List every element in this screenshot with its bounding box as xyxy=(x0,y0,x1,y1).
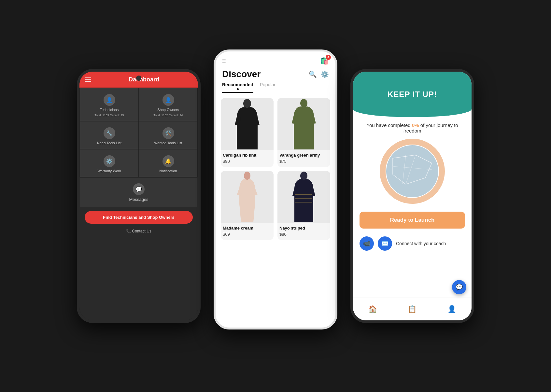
phone2-topbar: ≡ 🛍️ 4 xyxy=(216,51,335,68)
grid-item-wanted-tools[interactable]: 🛠️ Wanted Tools List xyxy=(139,121,197,149)
connect-coach-text: Connect with your coach xyxy=(396,241,446,246)
product-image-1 xyxy=(221,98,274,150)
svg-line-10 xyxy=(406,178,425,184)
find-technicians-button[interactable]: Find Technicians and Shop Owners xyxy=(85,211,193,224)
journey-text: You have completed 0% of your journey to… xyxy=(360,122,465,133)
search-icon[interactable]: 🔍 xyxy=(309,70,317,78)
messages-icon: 💬 xyxy=(133,183,145,195)
svg-point-0 xyxy=(243,99,251,108)
nav-profile-icon[interactable]: 👤 xyxy=(447,305,456,314)
svg-line-13 xyxy=(403,155,406,184)
phone1-notch xyxy=(136,76,141,81)
completion-percent: 0% xyxy=(412,122,419,128)
coach-message-icon[interactable]: ✉️ xyxy=(378,236,392,251)
messages-label: Messages xyxy=(129,197,148,202)
chat-fab-button[interactable]: 💬 xyxy=(452,280,466,294)
search-row: Discover 🔍 ⚙️ xyxy=(216,68,335,82)
cart-badge: 4 xyxy=(326,55,331,60)
product-info-2: Varanga green army $75 xyxy=(277,150,330,167)
product-name-2: Varanga green army xyxy=(279,153,328,158)
bottom-navigation: 🏠 📋 👤 xyxy=(353,298,472,320)
product-info-4: Nayo striped $80 xyxy=(277,223,330,240)
warranty-label: Warranty Work xyxy=(97,169,121,173)
messages-section[interactable]: 💬 Messages xyxy=(80,178,197,207)
products-grid: Cardigan rib knit $90 Varanga green army xyxy=(216,95,335,243)
svg-line-15 xyxy=(393,166,432,170)
svg-line-7 xyxy=(393,155,416,158)
page-title: Discover xyxy=(222,69,261,79)
product-image-2 xyxy=(277,98,330,150)
hamburger-icon[interactable] xyxy=(85,77,91,82)
technicians-label: Technicians xyxy=(100,108,119,112)
svg-point-1 xyxy=(300,99,307,107)
product-card-4[interactable]: Nayo striped $80 xyxy=(277,171,330,240)
nav-list-icon[interactable]: 📋 xyxy=(408,305,417,314)
need-tools-label: Need Tools List xyxy=(97,141,121,145)
filter-icon[interactable]: ⚙️ xyxy=(321,70,329,78)
grid-item-shop-owners[interactable]: 👤 Shop Owners Total: 1152 Recent: 24 xyxy=(139,88,197,121)
product-image-4 xyxy=(277,171,330,223)
tab-active-dot xyxy=(237,88,239,90)
product-info-1: Cardigan rib knit $90 xyxy=(221,150,274,167)
technicians-meta: Total: 1163 Recent: 25 xyxy=(94,114,124,117)
connect-coach-section: 📹 ✉️ Connect with your coach xyxy=(360,236,465,251)
phone-3: KEEP IT UP! You have completed 0% of you… xyxy=(350,69,474,323)
phone1-title: Dashboard xyxy=(95,76,193,83)
product-price-1: $90 xyxy=(223,159,272,164)
tab-recommended[interactable]: Reccomended xyxy=(222,82,253,93)
svg-line-9 xyxy=(425,163,432,178)
product-price-2: $75 xyxy=(279,159,328,164)
nav-home-icon[interactable]: 🏠 xyxy=(368,305,377,314)
keep-it-up-title: KEEP IT UP! xyxy=(388,90,437,99)
shop-owners-icon: 👤 xyxy=(162,94,174,106)
phone3-header: KEEP IT UP! xyxy=(353,72,472,117)
product-card-1[interactable]: Cardigan rib knit $90 xyxy=(221,98,274,167)
svg-point-3 xyxy=(300,172,307,180)
product-name-3: Madame cream xyxy=(223,226,272,231)
grid-item-warranty[interactable]: ⚙️ Warranty Work xyxy=(80,149,138,177)
product-card-3[interactable]: Madame cream $69 xyxy=(221,171,274,240)
phone2-screen: ≡ 🛍️ 4 Discover 🔍 ⚙️ Reccomended Popular xyxy=(216,51,335,328)
phone-1: Dashboard 👤 Technicians Total: 1163 Rece… xyxy=(77,69,201,323)
phone1-grid: 👤 Technicians Total: 1163 Recent: 25 👤 S… xyxy=(79,88,198,177)
phone1-screen: Dashboard 👤 Technicians Total: 1163 Rece… xyxy=(79,72,198,320)
technicians-icon: 👤 xyxy=(104,94,115,106)
svg-line-8 xyxy=(416,155,432,163)
grid-item-need-tools[interactable]: 🔧 Need Tools List xyxy=(80,121,138,149)
phone-2: ≡ 🛍️ 4 Discover 🔍 ⚙️ Reccomended Popular xyxy=(214,49,337,329)
product-name-1: Cardigan rib knit xyxy=(223,153,272,158)
cart-icon[interactable]: 🛍️ 4 xyxy=(320,57,329,65)
grid-item-technicians[interactable]: 👤 Technicians Total: 1163 Recent: 25 xyxy=(80,88,138,121)
notification-icon: 🔔 xyxy=(162,155,174,167)
product-card-2[interactable]: Varanga green army $75 xyxy=(277,98,330,167)
product-image-3 xyxy=(221,171,274,223)
notification-label: Notification xyxy=(159,169,177,173)
coach-video-icon[interactable]: 📹 xyxy=(360,236,374,251)
progress-chart xyxy=(380,139,445,204)
search-icons: 🔍 ⚙️ xyxy=(309,70,329,78)
need-tools-icon: 🔧 xyxy=(104,127,115,139)
shop-owners-meta: Total: 1152 Recent: 24 xyxy=(153,114,183,117)
product-info-3: Madame cream $69 xyxy=(221,223,274,240)
product-name-4: Nayo striped xyxy=(279,226,328,231)
wanted-tools-label: Wanted Tools List xyxy=(154,141,182,145)
map-circle xyxy=(386,145,438,197)
wanted-tools-icon: 🛠️ xyxy=(162,127,174,139)
svg-line-14 xyxy=(406,155,416,184)
svg-point-2 xyxy=(244,172,250,180)
grid-item-notification[interactable]: 🔔 Notification xyxy=(139,149,197,177)
phone3-body: You have completed 0% of your journey to… xyxy=(353,117,472,256)
ready-to-launch-button[interactable]: Ready to Launch xyxy=(360,212,465,229)
product-price-3: $69 xyxy=(223,232,272,237)
menu-icon[interactable]: ≡ xyxy=(222,57,226,65)
contact-us-link[interactable]: 📞 Contact Us xyxy=(79,228,198,235)
product-price-4: $80 xyxy=(279,232,328,237)
product-tabs: Reccomended Popular xyxy=(216,82,335,95)
shop-owners-label: Shop Owners xyxy=(157,108,179,112)
svg-line-11 xyxy=(393,175,406,184)
phone3-screen: KEEP IT UP! You have completed 0% of you… xyxy=(353,72,472,320)
tab-popular[interactable]: Popular xyxy=(260,82,276,93)
warranty-icon: ⚙️ xyxy=(104,155,115,167)
